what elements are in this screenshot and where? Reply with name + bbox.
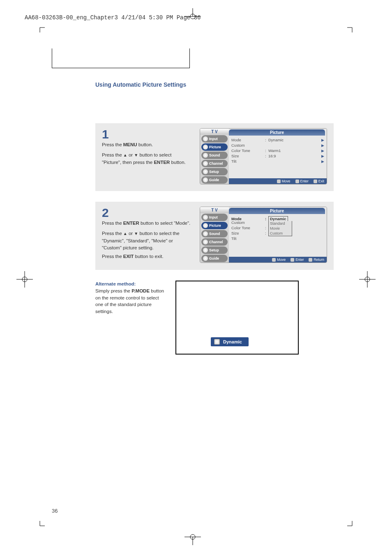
dropdown-option: Standard	[269, 221, 292, 226]
setup-icon	[203, 169, 208, 174]
input-icon	[203, 136, 208, 141]
osd-panel-1: T V Input Picture Sound Channel Setup Gu…	[200, 128, 327, 184]
file-header-line: AA68-03263B-00_eng_Chapter3 4/21/04 5:30…	[25, 14, 201, 21]
osd-nav-guide: Guide	[201, 255, 228, 262]
dropdown-option: Custom	[269, 231, 292, 236]
page-title: Using Automatic Picture Settings	[95, 81, 186, 88]
mode-dropdown: Standard Movie Custom	[268, 221, 292, 236]
tv-preview-box: Dynamic	[175, 281, 299, 355]
osd-tv-label: T V	[200, 207, 229, 213]
registration-mark-bottom	[184, 533, 201, 547]
sound-icon	[203, 153, 208, 158]
right-arrow-icon: ▶	[321, 149, 324, 153]
return-icon	[309, 258, 312, 262]
guide-icon	[203, 256, 208, 261]
down-arrow-icon: ▼	[134, 230, 138, 237]
osd-nav-setup: Setup	[201, 246, 228, 254]
crop-corner-br	[347, 521, 357, 532]
exit-icon	[314, 180, 317, 183]
osd-nav-channel: Channel	[201, 238, 228, 246]
osd-footer: Move Enter Exit	[229, 178, 327, 184]
osd-title: Picture	[229, 208, 325, 214]
osd-nav-picture: Picture	[201, 143, 228, 151]
picture-icon	[203, 145, 208, 150]
osd-nav-input: Input	[201, 135, 228, 143]
right-arrow-icon: ▶	[321, 159, 324, 164]
step-description: Press the ENTER button to select "Mode".…	[102, 220, 191, 260]
guide-icon	[203, 177, 208, 182]
move-icon	[277, 180, 281, 183]
down-arrow-icon: ▼	[134, 152, 138, 158]
up-arrow-icon: ▲	[123, 152, 127, 158]
osd-nav-channel: Channel	[201, 160, 228, 167]
crop-corner-tr	[347, 23, 357, 34]
toast-popup: Dynamic	[211, 337, 249, 346]
osd-nav-sound: Sound	[201, 152, 228, 159]
picture-mode-icon	[214, 339, 220, 345]
osd-tv-label: T V	[200, 129, 229, 135]
alternate-method-block: Alternate method: Simply press the P.MOD…	[95, 281, 334, 355]
crop-corner-bl	[35, 521, 45, 532]
osd-footer: Move Enter Return	[229, 257, 327, 263]
step-number: 2	[102, 207, 191, 219]
channel-icon	[203, 161, 208, 166]
osd-nav-setup: Setup	[201, 168, 228, 175]
step-description: Press the MENU button. Press the ▲ or ▼ …	[102, 141, 191, 166]
enter-icon	[295, 180, 299, 183]
osd-title: Picture	[229, 129, 325, 136]
move-icon	[272, 258, 276, 262]
header-box	[52, 48, 190, 68]
page-number: 36	[52, 508, 58, 514]
up-arrow-icon: ▲	[123, 230, 127, 237]
right-arrow-icon: ▶	[321, 143, 324, 147]
registration-mark-right	[359, 271, 376, 289]
osd-nav-sound: Sound	[201, 230, 228, 237]
registration-mark-top	[184, 8, 201, 22]
picture-icon	[203, 223, 208, 228]
toast-label: Dynamic	[223, 339, 242, 344]
step-2: 2 Press the ENTER button to select "Mode…	[95, 202, 334, 270]
right-arrow-icon: ▶	[321, 154, 324, 158]
osd-nav-guide: Guide	[201, 176, 228, 184]
osd-nav-input: Input	[201, 214, 228, 221]
osd-nav-picture: Picture	[201, 222, 228, 229]
enter-icon	[291, 258, 294, 262]
osd-body: Mode:Dynamic▶ Custom▶ Color Tone:Warm1▶ …	[229, 136, 327, 178]
channel-icon	[203, 240, 208, 244]
dropdown-option: Movie	[269, 226, 292, 231]
setup-icon	[203, 248, 208, 253]
crop-corner-tl	[35, 23, 45, 34]
registration-mark-left	[16, 271, 33, 289]
alternate-text: Alternate method: Simply press the P.MOD…	[95, 281, 167, 315]
step-1: 1 Press the MENU button. Press the ▲ or …	[95, 123, 334, 191]
step-number: 1	[102, 128, 191, 140]
input-icon	[203, 215, 208, 220]
sound-icon	[203, 231, 208, 236]
osd-body: Mode:Dynamic Standard Movie Custom Custo…	[229, 215, 327, 257]
right-arrow-icon: ▶	[321, 138, 324, 142]
osd-panel-2: T V Input Picture Sound Channel Setup Gu…	[200, 207, 327, 263]
